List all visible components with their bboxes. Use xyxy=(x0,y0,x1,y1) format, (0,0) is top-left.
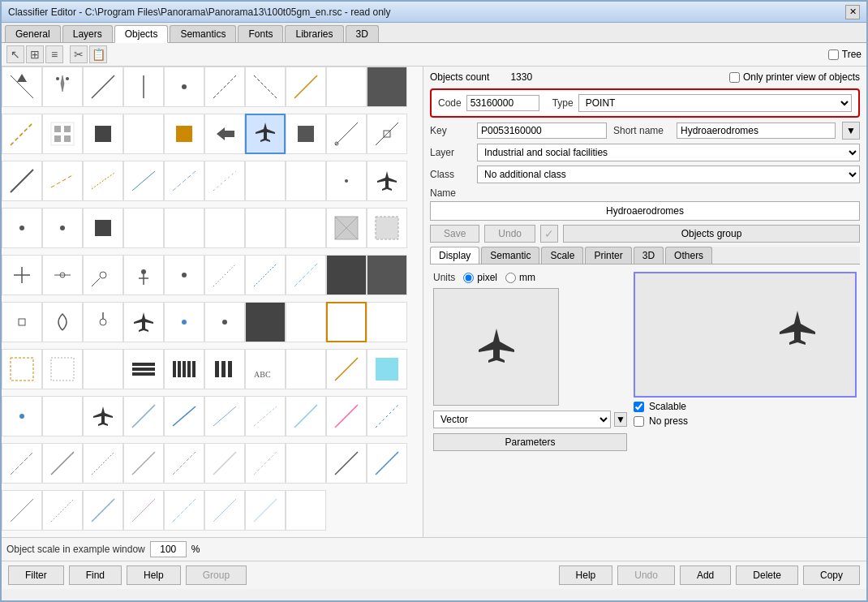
grid-cell[interactable] xyxy=(164,161,204,201)
grid-cell[interactable] xyxy=(2,443,42,484)
vector-select[interactable]: Vector Raster xyxy=(433,411,611,428)
grid-cell[interactable] xyxy=(245,161,286,201)
save-button[interactable]: Save xyxy=(430,225,479,243)
scale-input[interactable] xyxy=(150,541,187,557)
grid-cell[interactable]: ABC xyxy=(245,349,286,389)
grid-cell[interactable] xyxy=(286,67,326,107)
grid-cell[interactable] xyxy=(286,396,326,436)
grid-cell[interactable] xyxy=(367,161,407,201)
grid-cell[interactable] xyxy=(83,208,123,248)
grid-cell[interactable] xyxy=(83,349,123,389)
layer-select[interactable]: Industrial and social facilities Transpo… xyxy=(477,144,860,161)
grid-cell[interactable] xyxy=(326,255,367,295)
grid-cell[interactable] xyxy=(123,349,164,389)
type-select[interactable]: POINT LINE POLYGON TEXT xyxy=(578,94,852,112)
grid-cell[interactable] xyxy=(367,255,407,295)
grid-cell-selected[interactable] xyxy=(245,114,286,154)
shortname-btn[interactable]: ▼ xyxy=(842,122,860,140)
grid-cell[interactable] xyxy=(42,114,83,154)
grid-cell[interactable] xyxy=(164,255,204,295)
grid-cell[interactable] xyxy=(2,490,42,531)
tab-3d[interactable]: 3D xyxy=(634,247,664,264)
grid-cell[interactable] xyxy=(204,67,245,107)
grid-cell[interactable] xyxy=(83,490,123,531)
grid-cell[interactable] xyxy=(245,208,286,248)
tab-scale[interactable]: Scale xyxy=(541,247,583,264)
tab-libraries[interactable]: Libraries xyxy=(285,25,343,42)
final-copy-button[interactable]: Copy xyxy=(803,565,860,585)
grid-cell[interactable] xyxy=(367,67,407,107)
tab-others[interactable]: Others xyxy=(665,247,712,264)
grid-cell[interactable] xyxy=(42,161,83,201)
grid-cell[interactable] xyxy=(326,208,367,248)
grid-cell[interactable] xyxy=(83,255,123,295)
grid-cell[interactable] xyxy=(204,255,245,295)
final-help-button[interactable]: Help xyxy=(559,565,613,585)
tree-checkbox[interactable] xyxy=(828,49,839,60)
grid-cell[interactable] xyxy=(245,443,286,484)
toolbar-grid-btn[interactable]: ⊞ xyxy=(26,45,44,63)
help-bottom-button[interactable]: Help xyxy=(127,565,181,585)
grid-cell[interactable] xyxy=(326,161,367,201)
grid-cell[interactable] xyxy=(286,161,326,201)
toolbar-arrow-btn[interactable]: ↖ xyxy=(6,45,24,63)
mm-radio[interactable] xyxy=(505,273,516,283)
code-input[interactable] xyxy=(466,95,539,111)
grid-cell[interactable] xyxy=(367,208,407,248)
grid-cell[interactable] xyxy=(83,396,123,436)
grid-cell[interactable] xyxy=(245,255,286,295)
grid-cell[interactable] xyxy=(2,396,42,436)
close-button[interactable]: ✕ xyxy=(845,5,860,19)
grid-cell[interactable] xyxy=(2,114,42,154)
scalable-checkbox[interactable] xyxy=(634,402,644,412)
grid-cell[interactable] xyxy=(42,302,83,342)
grid-cell[interactable] xyxy=(123,302,164,342)
toolbar-clipboard-btn[interactable]: 📋 xyxy=(89,45,107,63)
vector-dropdown-btn[interactable]: ▼ xyxy=(614,412,627,427)
grid-cell[interactable] xyxy=(326,67,367,107)
grid-cell[interactable] xyxy=(83,161,123,201)
grid-cell[interactable] xyxy=(123,443,164,484)
grid-cell[interactable] xyxy=(367,443,407,484)
grid-cell[interactable] xyxy=(123,67,164,107)
grid-cell[interactable] xyxy=(204,396,245,436)
grid-cell[interactable] xyxy=(245,396,286,436)
printer-view-checkbox[interactable] xyxy=(729,72,740,83)
grid-cell[interactable] xyxy=(2,255,42,295)
grid-cell[interactable] xyxy=(204,443,245,484)
grid-cell[interactable] xyxy=(2,349,42,389)
no-press-checkbox[interactable] xyxy=(634,416,644,427)
grid-cell[interactable] xyxy=(286,255,326,295)
grid-cell[interactable] xyxy=(286,490,326,531)
mm-radio-label[interactable]: mm xyxy=(505,272,535,283)
tab-printer[interactable]: Printer xyxy=(585,247,631,264)
grid-cell[interactable] xyxy=(367,396,407,436)
key-input[interactable] xyxy=(477,123,607,139)
grid-cell[interactable] xyxy=(83,443,123,484)
grid-cell[interactable] xyxy=(42,208,83,248)
grid-cell[interactable] xyxy=(123,255,164,295)
grid-cell[interactable] xyxy=(2,67,42,107)
grid-cell[interactable] xyxy=(42,443,83,484)
tab-display[interactable]: Display xyxy=(430,247,479,264)
grid-cell[interactable] xyxy=(164,302,204,342)
grid-cell[interactable] xyxy=(326,114,367,154)
grid-cell[interactable] xyxy=(204,161,245,201)
grid-cell[interactable] xyxy=(245,490,286,531)
final-delete-button[interactable]: Delete xyxy=(736,565,798,585)
tab-3d[interactable]: 3D xyxy=(346,25,379,42)
grid-cell[interactable] xyxy=(326,443,367,484)
grid-cell[interactable] xyxy=(286,302,326,342)
grid-cell[interactable] xyxy=(204,114,245,154)
grid-cell[interactable] xyxy=(286,443,326,484)
pixel-radio-label[interactable]: pixel xyxy=(463,272,497,283)
grid-cell[interactable] xyxy=(164,208,204,248)
filter-button[interactable]: Filter xyxy=(8,565,64,585)
grid-cell[interactable] xyxy=(2,161,42,201)
grid-cell[interactable] xyxy=(326,349,367,389)
grid-cell[interactable] xyxy=(164,349,204,389)
tab-semantics[interactable]: Semantics xyxy=(170,25,236,42)
tab-objects[interactable]: Objects xyxy=(114,25,169,43)
shortname-input[interactable] xyxy=(677,123,836,139)
tab-semantic[interactable]: Semantic xyxy=(481,247,539,264)
